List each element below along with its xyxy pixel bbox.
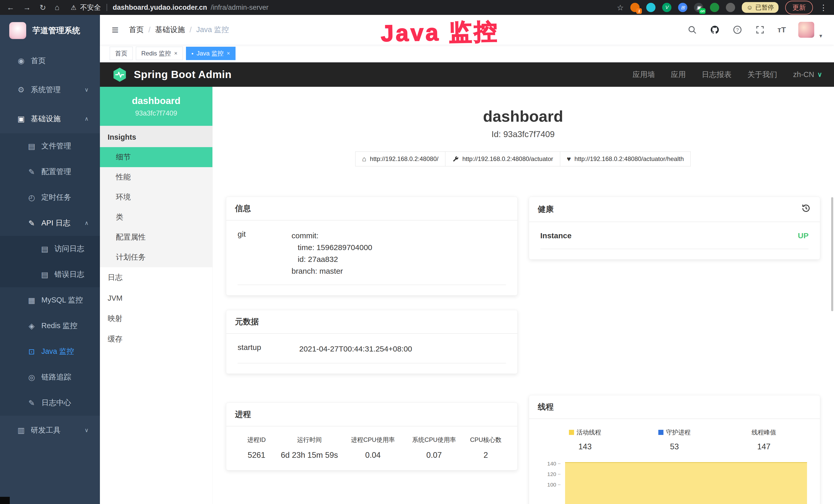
info-key: git bbox=[238, 230, 291, 277]
sba-nav-journal[interactable]: 日志报表 bbox=[702, 70, 731, 80]
url-path[interactable]: /infra/admin-server bbox=[211, 4, 268, 12]
forward-icon[interactable]: → bbox=[23, 3, 31, 12]
extension-icon-6[interactable] bbox=[710, 3, 719, 12]
sba-nav-wallboard[interactable]: 应用墙 bbox=[633, 70, 655, 80]
extension-icon-4[interactable]: ⊞ bbox=[678, 3, 687, 12]
sidebar-item-api-logs[interactable]: ✎API 日志∧ bbox=[0, 210, 100, 236]
sba-locale-select[interactable]: zh-CN∨ bbox=[793, 70, 822, 79]
sidebar-item-file-mgmt[interactable]: ▤文件管理 bbox=[0, 133, 100, 159]
sba-item-environment[interactable]: 环境 bbox=[100, 187, 213, 207]
sidebar-item-trace[interactable]: ◎链路追踪 bbox=[0, 364, 100, 390]
sidebar-item-home[interactable]: ◉首页 bbox=[0, 46, 100, 75]
sba-body: dashboard 93a3fc7f7409 Insights 细节 性能 环境… bbox=[100, 87, 834, 504]
warning-icon: ⚠ bbox=[71, 4, 76, 11]
sidebar-item-access-logs[interactable]: ▤访问日志 bbox=[0, 236, 100, 261]
sba-item-label: 类 bbox=[116, 212, 123, 222]
sidebar-item-scheduled-jobs[interactable]: ◴定时任务 bbox=[0, 185, 100, 210]
sidebar-item-log-center[interactable]: ✎日志中心 bbox=[0, 390, 100, 416]
sba-item-mappings[interactable]: 映射 bbox=[100, 308, 213, 329]
insights-section-label: Insights bbox=[100, 126, 213, 147]
window-scrollbar[interactable] bbox=[831, 197, 833, 311]
reload-icon[interactable]: ↻ bbox=[40, 3, 46, 12]
sidebar-item-config-mgmt[interactable]: ✎配置管理 bbox=[0, 159, 100, 185]
tab-java-monitor[interactable]: ●Java 监控× bbox=[186, 47, 236, 60]
close-icon[interactable]: × bbox=[174, 50, 177, 57]
actuator-url-link[interactable]: http://192.168.0.2:48080/actuator bbox=[445, 152, 560, 166]
sba-item-logs[interactable]: 日志 bbox=[100, 267, 213, 288]
sba-logo-icon bbox=[112, 67, 128, 83]
close-icon[interactable]: × bbox=[227, 50, 230, 57]
sidebar-item-label: 配置管理 bbox=[41, 167, 71, 177]
sba-item-config-props[interactable]: 配置属性 bbox=[100, 227, 213, 247]
legend-daemon-threads: 守护进程 53 bbox=[630, 428, 719, 451]
sba-nav-applications[interactable]: 应用 bbox=[671, 70, 686, 80]
service-url-link[interactable]: ⌂http://192.168.0.2:48080/ bbox=[355, 152, 445, 166]
tab-redis-monitor[interactable]: Redis 监控× bbox=[136, 47, 183, 60]
github-icon[interactable] bbox=[710, 25, 720, 35]
git-commit-label: commit: bbox=[291, 230, 372, 242]
metadata-row: startup 2021-04-27T00:44:31.254+08:00 bbox=[238, 343, 506, 363]
paused-badge[interactable]: ☺已暂停 bbox=[742, 2, 778, 13]
instance-header[interactable]: dashboard 93a3fc7f7409 bbox=[100, 87, 213, 126]
sba-item-jvm[interactable]: JVM bbox=[100, 288, 213, 308]
sidebar-collapse-icon[interactable]: ≡ bbox=[112, 23, 119, 37]
browser-actions: ☆ 1 V ⊞ ▣on ☺已暂停 更新 ⋮ bbox=[617, 1, 827, 15]
status-corner bbox=[0, 497, 10, 504]
sidebar-item-mysql-monitor[interactable]: ▦MySQL 监控 bbox=[0, 287, 100, 313]
sidebar-item-label: 基础设施 bbox=[31, 114, 61, 124]
avatar-caret-icon[interactable]: ▾ bbox=[819, 32, 822, 39]
sba-item-caches[interactable]: 缓存 bbox=[100, 329, 213, 349]
extension-badge: on bbox=[699, 8, 706, 14]
help-icon[interactable]: ? bbox=[732, 25, 743, 35]
url-host[interactable]: dashboard.yudao.iocoder.cn bbox=[113, 4, 207, 12]
sba-item-details[interactable]: 细节 bbox=[100, 147, 213, 167]
browser-nav: ← → ↻ ⌂ bbox=[7, 3, 59, 12]
column-header: CPU核心数 bbox=[466, 436, 506, 444]
bookmark-star-icon[interactable]: ☆ bbox=[617, 3, 624, 12]
logo-row[interactable]: 芋道管理系统 bbox=[0, 15, 100, 46]
search-icon[interactable] bbox=[687, 25, 697, 35]
process-table: 进程ID5261 运行时间6d 23h 15m 59s 进程CPU使用率0.04… bbox=[238, 436, 506, 460]
sidebar-item-label: API 日志 bbox=[41, 218, 70, 228]
info-card: 信息 git commit: time: 1596289704000 id: 2… bbox=[226, 197, 518, 296]
breadcrumb-infrastructure[interactable]: 基础设施 bbox=[155, 25, 185, 35]
sba-item-classes[interactable]: 类 bbox=[100, 207, 213, 227]
home-icon[interactable]: ⌂ bbox=[55, 3, 59, 12]
tab-home[interactable]: 首页 bbox=[110, 47, 133, 60]
extension-icon-5[interactable]: ▣on bbox=[694, 3, 703, 12]
sidebar-item-dev-tools[interactable]: ▥研发工具∨ bbox=[0, 416, 100, 445]
fullscreen-icon[interactable] bbox=[755, 25, 765, 35]
sidebar-item-redis-monitor[interactable]: ◈Redis 监控 bbox=[0, 313, 100, 339]
sidebar-item-java-monitor[interactable]: ⊡Java 监控 bbox=[0, 339, 100, 364]
sba-item-label: 日志 bbox=[108, 272, 123, 283]
sidebar-item-system-mgmt[interactable]: ⚙系统管理∨ bbox=[0, 75, 100, 104]
smiley-icon: ☺ bbox=[746, 4, 753, 11]
avatar[interactable] bbox=[798, 22, 814, 38]
sidebar-item-label: 研发工具 bbox=[31, 425, 61, 435]
sba-nav-about[interactable]: 关于我们 bbox=[747, 70, 777, 80]
extension-icon-1[interactable]: 1 bbox=[630, 3, 640, 12]
breadcrumb-separator: / bbox=[190, 26, 192, 34]
sidebar-item-infrastructure[interactable]: ▣基础设施∧ bbox=[0, 104, 100, 133]
browser-menu-icon[interactable]: ⋮ bbox=[820, 3, 827, 12]
y-axis-tick: 140 bbox=[541, 461, 561, 467]
extension-icon-7[interactable] bbox=[726, 3, 735, 12]
extension-icon-3[interactable]: V bbox=[662, 3, 672, 12]
not-secure-label[interactable]: 不安全 bbox=[80, 3, 101, 12]
address-divider bbox=[107, 4, 107, 11]
home-icon: ⌂ bbox=[362, 155, 366, 163]
sba-item-performance[interactable]: 性能 bbox=[100, 167, 213, 187]
font-size-icon[interactable]: тT bbox=[777, 25, 786, 34]
sba-item-scheduled-tasks[interactable]: 计划任务 bbox=[100, 247, 213, 267]
extension-icon-2[interactable] bbox=[646, 3, 656, 12]
back-icon[interactable]: ← bbox=[7, 3, 14, 12]
address-bar[interactable]: ⚠ 不安全 dashboard.yudao.iocoder.cn/infra/a… bbox=[71, 3, 268, 12]
sidebar-item-error-logs[interactable]: ▤错误日志 bbox=[0, 261, 100, 287]
breadcrumb-home[interactable]: 首页 bbox=[129, 25, 144, 35]
instance-id: 93a3fc7f7409 bbox=[135, 109, 177, 117]
health-url-link[interactable]: ♥http://192.168.0.2:48080/actuator/healt… bbox=[560, 152, 691, 166]
legend-peak-threads: 线程峰值 147 bbox=[719, 428, 809, 451]
history-icon[interactable] bbox=[801, 203, 811, 215]
card-title: 信息 bbox=[235, 203, 251, 214]
update-button[interactable]: 更新 bbox=[785, 1, 813, 15]
